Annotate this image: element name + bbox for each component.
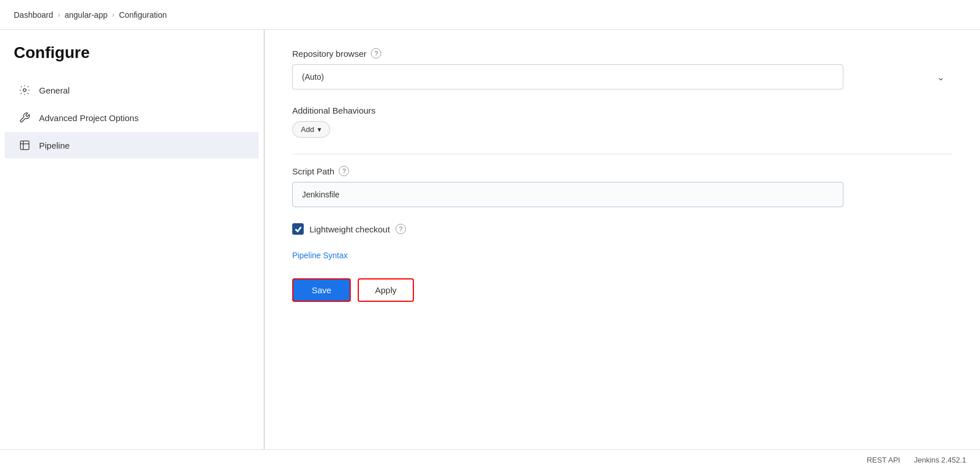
pipeline-syntax-section: Pipeline Syntax	[292, 251, 952, 260]
sidebar-item-general[interactable]: General	[5, 77, 259, 103]
lightweight-checkout-checkbox[interactable]	[292, 223, 304, 235]
pipeline-icon	[18, 139, 31, 152]
additional-behaviours-section: Additional Behaviours Add ▾	[292, 106, 952, 138]
action-row: Save Apply	[292, 278, 952, 302]
top-nav: Dashboard › angular-app › Configuration	[0, 0, 980, 30]
add-behaviour-button[interactable]: Add ▾	[292, 121, 330, 138]
section-divider	[292, 154, 952, 154]
additional-behaviours-label-text: Additional Behaviours	[292, 106, 375, 115]
sidebar-item-pipeline[interactable]: Pipeline	[5, 132, 259, 158]
wrench-icon	[18, 111, 31, 124]
repo-browser-select[interactable]: (Auto)	[292, 64, 843, 90]
lightweight-checkout-section: Lightweight checkout ?	[292, 223, 952, 235]
add-behaviour-label: Add	[301, 125, 314, 134]
add-chevron-icon: ▾	[317, 125, 321, 134]
repo-browser-label-text: Repository browser	[292, 49, 366, 59]
script-path-help-icon[interactable]: ?	[339, 166, 349, 176]
footer: REST API Jenkins 2.452.1	[0, 449, 980, 470]
repo-browser-label: Repository browser ?	[292, 48, 952, 59]
script-path-label-text: Script Path	[292, 166, 334, 176]
svg-point-0	[24, 89, 26, 92]
sidebar-pipeline-label: Pipeline	[39, 141, 69, 150]
repository-browser-section: Repository browser ? (Auto) ⌄	[292, 48, 952, 90]
sidebar-general-label: General	[39, 86, 69, 95]
breadcrumb-sep-2: ›	[112, 11, 114, 19]
breadcrumb: Dashboard › angular-app › Configuration	[14, 10, 167, 20]
apply-button[interactable]: Apply	[358, 278, 414, 302]
rest-api-link[interactable]: REST API	[867, 456, 900, 464]
sidebar-item-advanced[interactable]: Advanced Project Options	[5, 104, 259, 131]
breadcrumb-current: Configuration	[119, 10, 166, 20]
repo-browser-select-wrapper: (Auto) ⌄	[292, 64, 952, 90]
jenkins-version: Jenkins 2.452.1	[914, 456, 966, 464]
page-title: Configure	[0, 44, 264, 76]
script-path-section: Script Path ?	[292, 166, 952, 207]
lightweight-checkout-row: Lightweight checkout ?	[292, 223, 952, 235]
lightweight-checkout-help-icon[interactable]: ?	[396, 224, 406, 234]
repo-browser-help-icon[interactable]: ?	[371, 48, 381, 59]
save-button[interactable]: Save	[292, 278, 351, 302]
sidebar-advanced-label: Advanced Project Options	[39, 113, 138, 123]
sidebar: Configure General Advanced Project Optio…	[0, 30, 264, 449]
main-layout: Configure General Advanced Project Optio…	[0, 30, 980, 449]
lightweight-checkout-label: Lightweight checkout	[309, 224, 390, 234]
chevron-down-icon: ⌄	[937, 72, 944, 83]
main-content: Repository browser ? (Auto) ⌄ Additional…	[265, 30, 980, 449]
breadcrumb-angular-app[interactable]: angular-app	[65, 10, 108, 20]
pipeline-syntax-link[interactable]: Pipeline Syntax	[292, 251, 348, 260]
breadcrumb-dashboard[interactable]: Dashboard	[14, 10, 53, 20]
gear-icon	[18, 84, 31, 96]
script-path-input[interactable]	[292, 182, 843, 207]
breadcrumb-sep-1: ›	[58, 11, 60, 19]
additional-behaviours-label: Additional Behaviours	[292, 106, 952, 115]
script-path-label: Script Path ?	[292, 166, 952, 176]
